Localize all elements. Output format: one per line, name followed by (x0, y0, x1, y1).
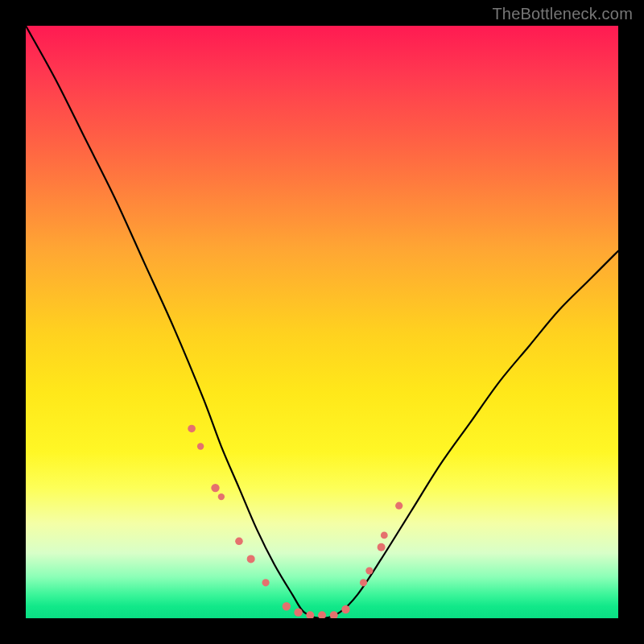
marker-dot (381, 532, 388, 539)
marker-dot (341, 605, 349, 613)
marker-dot (211, 484, 219, 492)
marker-dot (378, 543, 386, 551)
marker-dot (330, 611, 338, 618)
marker-dot (360, 579, 367, 586)
marker-dot (235, 538, 243, 546)
marker-dot (188, 425, 196, 433)
bottleneck-curve (26, 26, 618, 618)
marker-dot (283, 602, 291, 610)
marker-dot (218, 493, 225, 500)
marker-dot (197, 443, 204, 449)
watermark-text: TheBottleneck.com (492, 5, 633, 23)
marker-dot (306, 611, 314, 618)
marker-dot (318, 611, 326, 618)
marker-dot (247, 555, 255, 563)
marker-dot (395, 502, 402, 510)
chart-frame: TheBottleneck.com (0, 0, 644, 644)
marker-group (188, 425, 402, 618)
marker-dot (262, 579, 269, 586)
chart-svg (26, 26, 618, 618)
plot-area (26, 26, 618, 618)
marker-dot (365, 568, 373, 575)
marker-dot (294, 608, 302, 616)
